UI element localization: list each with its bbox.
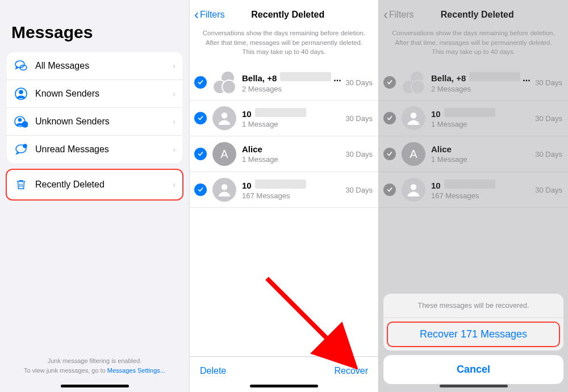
recover-messages-button[interactable]: Recover 171 Messages xyxy=(387,322,560,347)
days-remaining: 30 Days xyxy=(532,78,562,87)
redacted-text xyxy=(444,180,495,189)
recover-button[interactable]: Recover xyxy=(334,366,368,376)
conversation-row[interactable]: AAlice1 Message30 Days xyxy=(379,136,568,172)
footer-line: Junk message filtering is enabled. xyxy=(11,356,178,366)
avatar xyxy=(402,106,425,130)
conversation-main: 10167 Messages xyxy=(242,180,342,200)
deletion-info-text: Conversations show the days remaining be… xyxy=(379,28,568,65)
person-question-icon: ? xyxy=(14,114,28,129)
avatar: A xyxy=(402,142,425,166)
redacted-text xyxy=(444,108,495,117)
conversation-main: 10167 Messages xyxy=(431,180,532,200)
ellipsis: ... xyxy=(333,73,341,84)
conversation-row[interactable]: 10167 Messages30 Days xyxy=(190,172,378,208)
message-count: 2 Messages xyxy=(431,85,532,93)
conversation-row[interactable]: AAlice1 Message30 Days xyxy=(190,136,378,172)
chevron-right-icon: › xyxy=(173,180,176,189)
days-remaining: 30 Days xyxy=(532,114,562,123)
chevron-left-icon: ‹ xyxy=(194,7,199,23)
selection-checkmark[interactable] xyxy=(383,184,396,196)
conversation-row[interactable]: 10167 Messages30 Days xyxy=(379,172,568,208)
action-sheet-group: These messages will be recovered. Recove… xyxy=(383,294,563,351)
avatar xyxy=(402,178,425,202)
recently-deleted-pane: ‹ Filters Recently Deleted Conversations… xyxy=(189,0,378,392)
selection-checkmark[interactable] xyxy=(194,184,207,196)
avatar xyxy=(402,70,425,94)
home-indicator[interactable] xyxy=(250,385,318,387)
svg-point-11 xyxy=(222,184,228,190)
selection-checkmark[interactable] xyxy=(383,112,396,124)
chevron-right-icon: › xyxy=(173,117,176,126)
svg-point-10 xyxy=(222,112,228,119)
home-indicator[interactable] xyxy=(61,385,129,387)
filter-all-messages[interactable]: All Messages › xyxy=(7,52,182,80)
filter-unknown-senders[interactable]: ? Unknown Senders › xyxy=(7,108,182,136)
conversation-row[interactable]: Bella, +8...2 Messages30 Days xyxy=(190,65,378,101)
avatar xyxy=(212,70,236,94)
selection-checkmark[interactable] xyxy=(194,76,207,89)
messages-filters-pane: Messages All Messages › Known Senders › … xyxy=(0,0,189,392)
filter-unread-messages[interactable]: Unread Messages › xyxy=(7,136,182,163)
conversation-main: Alice1 Message xyxy=(431,144,532,164)
ellipsis: ... xyxy=(523,73,530,84)
redacted-text xyxy=(469,72,520,81)
conversation-name: 10 xyxy=(242,181,252,190)
svg-point-9 xyxy=(23,144,27,148)
message-count: 167 Messages xyxy=(431,191,532,200)
conversation-row[interactable]: Bella, +8...2 Messages30 Days xyxy=(379,65,568,101)
filter-label: Unread Messages xyxy=(35,144,173,155)
redacted-text xyxy=(255,180,306,189)
svg-text:?: ? xyxy=(24,123,26,127)
days-remaining: 30 Days xyxy=(532,186,562,194)
svg-point-12 xyxy=(411,112,417,119)
conversation-main: 101 Message xyxy=(242,108,342,128)
filter-label: Unknown Senders xyxy=(35,116,173,127)
days-remaining: 30 Days xyxy=(532,150,562,159)
deletion-info-text: Conversations show the days remaining be… xyxy=(190,28,378,65)
messages-settings-link[interactable]: Messages Settings... xyxy=(107,367,165,374)
filter-label: All Messages xyxy=(35,61,173,71)
message-count: 1 Message xyxy=(431,120,532,128)
action-sheet: These messages will be recovered. Recove… xyxy=(383,294,563,389)
nav-bar: ‹ Filters Recently Deleted xyxy=(190,0,378,28)
days-remaining: 30 Days xyxy=(342,114,373,123)
conversation-name: Alice xyxy=(431,144,452,154)
days-remaining: 30 Days xyxy=(342,78,373,87)
delete-button[interactable]: Delete xyxy=(200,366,226,376)
avatar xyxy=(212,106,236,130)
svg-point-5 xyxy=(19,119,22,122)
selection-checkmark[interactable] xyxy=(194,148,207,160)
bubbles-icon xyxy=(14,59,28,73)
chevron-right-icon: › xyxy=(173,145,176,154)
sheet-info-text: These messages will be recovered. xyxy=(383,294,563,318)
message-count: 2 Messages xyxy=(242,85,342,93)
selection-checkmark[interactable] xyxy=(194,112,207,124)
conversation-main: Bella, +8...2 Messages xyxy=(431,72,532,93)
filter-known-senders[interactable]: Known Senders › xyxy=(7,80,182,108)
recently-deleted-sheet-pane: ‹ Filters Recently Deleted Conversations… xyxy=(378,0,568,392)
conversation-list: Bella, +8...2 Messages30 Days101 Message… xyxy=(379,65,568,208)
selection-checkmark[interactable] xyxy=(383,148,396,160)
footer-line: To view junk messages, go to Messages Se… xyxy=(11,366,178,376)
filter-label: Known Senders xyxy=(35,89,173,99)
conversation-name: Bella, +8 xyxy=(431,73,466,83)
conversation-main: 101 Message xyxy=(431,108,532,128)
days-remaining: 30 Days xyxy=(342,150,373,159)
conversation-name: 10 xyxy=(431,109,441,119)
selection-checkmark[interactable] xyxy=(383,76,396,89)
nav-title: Recently Deleted xyxy=(202,10,374,20)
conversation-row[interactable]: 101 Message30 Days xyxy=(379,101,568,136)
chevron-left-icon: ‹ xyxy=(383,7,388,23)
conversation-row[interactable]: 101 Message30 Days xyxy=(190,101,378,136)
nav-bar: ‹ Filters Recently Deleted xyxy=(379,0,568,28)
conversation-main: Bella, +8...2 Messages xyxy=(242,72,342,93)
nav-title: Recently Deleted xyxy=(391,10,563,20)
cancel-button[interactable]: Cancel xyxy=(383,355,563,384)
message-count: 167 Messages xyxy=(242,191,342,200)
message-count: 1 Message xyxy=(431,155,532,164)
conversation-name: Bella, +8 xyxy=(242,73,277,83)
home-indicator[interactable] xyxy=(440,385,508,387)
person-circle-icon xyxy=(14,86,28,101)
filter-recently-deleted[interactable]: Recently Deleted › xyxy=(7,170,182,199)
conversation-name: 10 xyxy=(242,109,252,119)
